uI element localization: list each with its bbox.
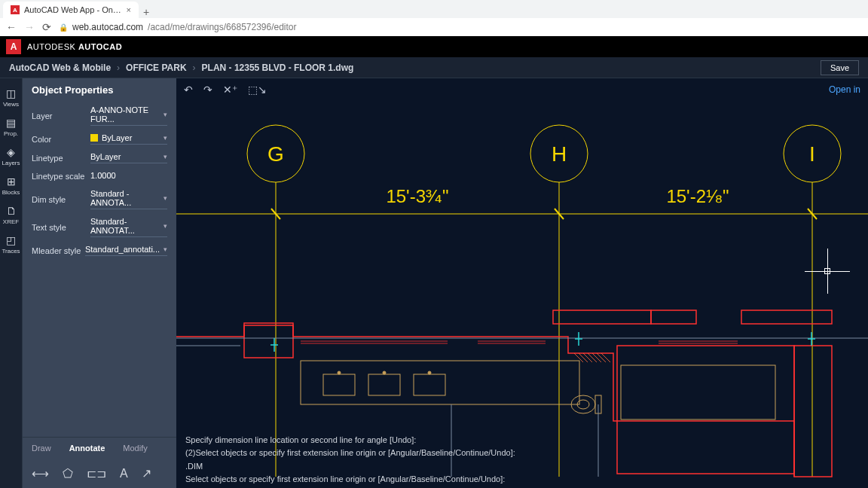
- save-button[interactable]: Save: [821, 60, 859, 75]
- url-path: /acad/me/drawings/668572396/editor: [148, 22, 296, 32]
- prop-row-color: Color ByLayer▾: [23, 130, 176, 148]
- svg-rect-35: [323, 374, 355, 395]
- dim-revision-icon[interactable]: ⬠: [63, 466, 73, 480]
- svg-text:I: I: [809, 142, 815, 166]
- prop-row-ltscale: Linetype scale 1.0000: [23, 167, 176, 185]
- prop-row-dimstyle: Dim style Standard - ANNOTA...▾: [23, 185, 176, 213]
- svg-rect-34: [301, 361, 579, 404]
- svg-rect-41: [621, 365, 775, 419]
- xref-icon: 🗋: [6, 205, 17, 217]
- breadcrumb-item[interactable]: OFFICE PARK: [126, 63, 186, 73]
- lock-icon: 🔒: [59, 23, 68, 32]
- svg-rect-18: [741, 310, 832, 324]
- svg-rect-15: [244, 323, 293, 358]
- layer-dropdown[interactable]: A-ANNO-NOTE FUR...▾: [90, 105, 167, 126]
- rail-blocks[interactable]: ⊞Blocks: [0, 171, 23, 200]
- svg-point-40: [428, 371, 431, 374]
- rail-views[interactable]: ◫Views: [0, 83, 23, 112]
- properties-icon: ▤: [6, 117, 16, 129]
- views-icon: ◫: [6, 87, 16, 99]
- dimstyle-dropdown[interactable]: Standard - ANNOTA...▾: [90, 189, 167, 209]
- drawing-viewport[interactable]: G H I 15'-3³⁄₄" 15'-2¹⁄₈": [176, 101, 868, 488]
- svg-rect-16: [553, 310, 651, 324]
- canvas-area: ↶ ↷ ✕⁺ ⬚↘ Open in G H I: [176, 78, 868, 488]
- chevron-down-icon: ▾: [164, 246, 167, 253]
- svg-rect-37: [414, 374, 445, 395]
- prop-row-linetype: Linetype ByLayer▾: [23, 148, 176, 167]
- browser-tab[interactable]: A AutoCAD Web App - Online CAD ×: [3, 2, 139, 18]
- undo-icon[interactable]: ↶: [184, 84, 193, 96]
- prop-row-textstyle: Text style Standard-ANNOTAT...▾: [23, 213, 176, 241]
- mleader-dropdown[interactable]: Standard_annotati...▾: [85, 245, 167, 256]
- chevron-down-icon: ▾: [164, 111, 167, 118]
- url-field[interactable]: 🔒 web.autocad.com/acad/me/drawings/66857…: [59, 22, 297, 32]
- traces-icon: ◰: [6, 234, 16, 246]
- app-header: A AUTODESK AUTOCAD: [0, 36, 868, 57]
- dim-angular-icon[interactable]: ⊏⊐: [87, 466, 106, 480]
- select-icon[interactable]: ⬚↘: [248, 84, 267, 96]
- new-tab-button[interactable]: +: [139, 6, 154, 18]
- color-dropdown[interactable]: ByLayer▾: [90, 133, 167, 145]
- svg-text:H: H: [552, 142, 567, 166]
- svg-rect-36: [368, 374, 400, 395]
- back-button[interactable]: ←: [6, 21, 17, 33]
- reload-button[interactable]: ⟳: [42, 21, 51, 33]
- chevron-right-icon: ›: [117, 63, 120, 73]
- ltscale-input[interactable]: 1.0000: [90, 171, 167, 181]
- canvas-toolbar: ↶ ↷ ✕⁺ ⬚↘ Open in: [176, 78, 868, 101]
- tab-title: AutoCAD Web App - Online CAD: [24, 5, 122, 14]
- open-in-link[interactable]: Open in: [829, 84, 860, 95]
- rail-traces[interactable]: ◰Traces: [0, 230, 23, 259]
- svg-text:G: G: [267, 142, 284, 166]
- rail-properties[interactable]: ▤Prop.: [0, 112, 23, 142]
- rail-layers[interactable]: ◈Layers: [0, 142, 23, 171]
- layers-icon: ◈: [7, 146, 15, 158]
- textstyle-dropdown[interactable]: Standard-ANNOTAT...▾: [90, 217, 167, 237]
- drawing-svg: G H I 15'-3³⁄₄" 15'-2¹⁄₈": [176, 101, 868, 488]
- breadcrumb-bar: AutoCAD Web & Mobile › OFFICE PARK › PLA…: [0, 57, 868, 78]
- svg-line-31: [592, 353, 601, 362]
- leader-icon[interactable]: ↗: [142, 466, 151, 480]
- svg-line-32: [597, 353, 606, 362]
- svg-rect-20: [794, 346, 832, 477]
- left-rail: ◫Views ▤Prop. ◈Layers ⊞Blocks 🗋XREF ◰Tra…: [0, 78, 23, 488]
- address-bar: ← → ⟳ 🔒 web.autocad.com/acad/me/drawings…: [0, 18, 868, 36]
- close-tab-icon[interactable]: ×: [127, 5, 131, 14]
- chevron-down-icon: ▾: [164, 134, 167, 142]
- app-logo-icon: A: [6, 39, 21, 54]
- svg-text:15'-3³⁄₄": 15'-3³⁄₄": [386, 186, 448, 206]
- chevron-down-icon: ▾: [164, 194, 167, 202]
- svg-rect-17: [651, 310, 696, 324]
- redo-icon[interactable]: ↷: [203, 84, 212, 96]
- chevron-down-icon: ▾: [164, 153, 167, 160]
- rail-xref[interactable]: 🗋XREF: [0, 200, 23, 230]
- url-host: web.autocad.com: [72, 22, 143, 32]
- blocks-icon: ⊞: [7, 175, 16, 188]
- snap-icon[interactable]: ✕⁺: [223, 84, 237, 96]
- tab-annotate[interactable]: Annotate: [60, 438, 115, 459]
- browser-chrome: A AutoCAD Web App - Online CAD × + ← → ⟳…: [0, 0, 868, 36]
- text-icon[interactable]: A: [120, 467, 128, 480]
- tool-row: ⟷ ⬠ ⊏⊐ A ↗: [23, 459, 176, 488]
- chevron-down-icon: ▾: [164, 222, 167, 230]
- tool-tabs: Draw Annotate Modify: [23, 437, 176, 459]
- svg-line-33: [601, 353, 610, 362]
- svg-text:15'-2¹⁄₈": 15'-2¹⁄₈": [666, 186, 729, 206]
- tab-bar: A AutoCAD Web App - Online CAD × +: [0, 0, 868, 18]
- breadcrumb-item[interactable]: AutoCAD Web & Mobile: [9, 63, 111, 73]
- tab-modify[interactable]: Modify: [114, 438, 156, 459]
- prop-row-mleader: Mleader style Standard_annotati...▾: [23, 241, 176, 260]
- favicon-icon: A: [11, 5, 20, 14]
- properties-panel: Object Properties Layer A-ANNO-NOTE FUR.…: [23, 78, 176, 488]
- svg-line-30: [588, 353, 597, 362]
- svg-line-28: [579, 353, 588, 362]
- tab-draw[interactable]: Draw: [23, 438, 60, 459]
- panel-title: Object Properties: [23, 78, 176, 102]
- svg-point-38: [338, 371, 341, 374]
- breadcrumb-item[interactable]: PLAN - 12355 BLVD - FLOOR 1.dwg: [202, 63, 354, 73]
- svg-line-29: [583, 353, 592, 362]
- dim-linear-icon[interactable]: ⟷: [32, 466, 49, 480]
- linetype-dropdown[interactable]: ByLayer▾: [90, 152, 167, 163]
- prop-row-layer: Layer A-ANNO-NOTE FUR...▾: [23, 102, 176, 130]
- forward-button[interactable]: →: [24, 21, 35, 33]
